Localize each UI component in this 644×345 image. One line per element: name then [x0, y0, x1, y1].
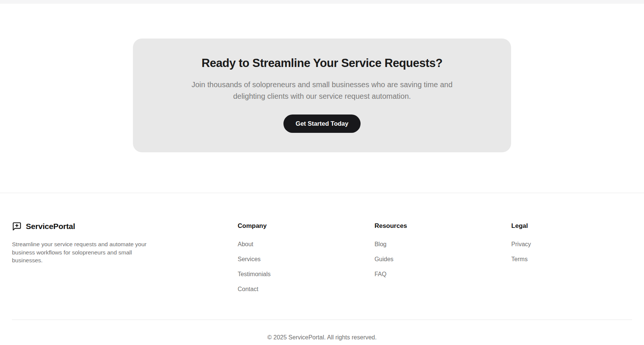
- page-top-strip: [0, 0, 644, 4]
- brand-logo: ServicePortal: [12, 222, 238, 231]
- footer-column-resources: Resources Blog Guides FAQ: [374, 222, 511, 300]
- cta-card: Ready to Streamline Your Service Request…: [133, 39, 511, 152]
- cta-heading: Ready to Streamline Your Service Request…: [155, 56, 489, 71]
- footer-link-blog[interactable]: Blog: [374, 240, 511, 249]
- column-heading-resources: Resources: [374, 222, 511, 230]
- column-heading-legal: Legal: [511, 222, 632, 230]
- get-started-button[interactable]: Get Started Today: [283, 115, 361, 133]
- site-footer: ServicePortal Streamline your service re…: [0, 193, 644, 345]
- brand-description: Streamline your service requests and aut…: [12, 240, 159, 265]
- footer-grid: ServicePortal Streamline your service re…: [12, 222, 632, 300]
- footer-link-testimonials[interactable]: Testimonials: [238, 270, 374, 279]
- footer-divider: [12, 320, 632, 320]
- footer-brand-block: ServicePortal Streamline your service re…: [12, 222, 238, 300]
- footer-link-about[interactable]: About: [238, 240, 374, 249]
- copyright-text: © 2025 ServicePortal. All rights reserve…: [12, 334, 632, 341]
- footer-column-legal: Legal Privacy Terms: [511, 222, 632, 300]
- cta-section: Ready to Streamline Your Service Request…: [0, 4, 644, 152]
- brand-name: ServicePortal: [26, 222, 75, 231]
- footer-link-contact[interactable]: Contact: [238, 285, 374, 294]
- cta-subtitle: Join thousands of solopreneurs and small…: [176, 79, 468, 102]
- footer-link-faq[interactable]: FAQ: [374, 270, 511, 279]
- footer-column-company: Company About Services Testimonials Cont…: [238, 222, 374, 300]
- footer-link-terms[interactable]: Terms: [511, 255, 632, 264]
- footer-link-services[interactable]: Services: [238, 255, 374, 264]
- message-square-plus-icon: [12, 222, 22, 231]
- column-heading-company: Company: [238, 222, 374, 230]
- footer-link-privacy[interactable]: Privacy: [511, 240, 632, 249]
- footer-link-guides[interactable]: Guides: [374, 255, 511, 264]
